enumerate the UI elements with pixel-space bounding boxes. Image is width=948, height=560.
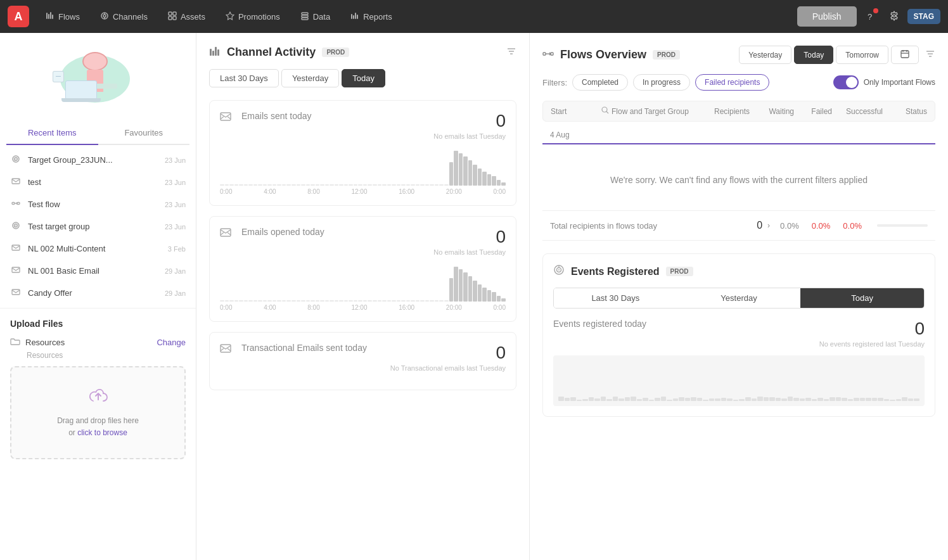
filter-completed[interactable]: Completed xyxy=(572,74,628,91)
nav-reports-label: Reports xyxy=(363,12,392,22)
th-failed: Failed xyxy=(794,107,832,116)
svg-rect-33 xyxy=(12,290,20,295)
upload-title: Upload Files xyxy=(10,319,186,329)
chart-labels-opened: 0:004:008:0012:0016:0020:000:00 xyxy=(220,304,506,311)
svg-rect-25 xyxy=(12,203,15,205)
tab-favourites[interactable]: Favourites xyxy=(98,122,190,145)
list-item[interactable]: NL 002 Multi-Content 3 Feb xyxy=(0,238,196,260)
important-flows-toggle[interactable] xyxy=(833,75,859,89)
transactional-sub: No Transactional emails last Tuesday xyxy=(390,364,506,372)
emails-opened-sub: No emails last Tuesday xyxy=(433,248,506,256)
flows-tab-yesterday[interactable]: Yesterday xyxy=(739,46,791,64)
tab-today[interactable]: Today xyxy=(342,69,385,87)
events-registered-badge: PROD xyxy=(666,267,693,276)
app-logo[interactable]: A xyxy=(8,6,29,27)
browse-link[interactable]: click to browse xyxy=(77,428,127,437)
item-name: NL 002 Multi-Content xyxy=(28,244,162,253)
settings-icon xyxy=(889,11,899,23)
channel-filter-icon[interactable] xyxy=(506,46,516,59)
change-link[interactable]: Change xyxy=(157,338,186,347)
nav-data[interactable]: Data xyxy=(291,8,339,26)
events-icon xyxy=(553,264,565,279)
emails-sent-card: Emails sent today 0 No emails last Tuesd… xyxy=(209,100,516,206)
events-date-tabs: Last 30 Days Yesterday Today xyxy=(553,288,925,309)
target-group-icon xyxy=(10,221,22,232)
list-item[interactable]: NL 001 Basic Email 29 Jan xyxy=(0,260,196,282)
channels-icon xyxy=(100,11,109,22)
nav-flows[interactable]: Flows xyxy=(37,8,89,26)
folder-icon xyxy=(10,336,20,348)
flows-tab-today[interactable]: Today xyxy=(794,46,833,64)
svg-rect-19 xyxy=(357,15,358,19)
flows-empty-state: We're sorry. We can't find any flows wit… xyxy=(542,150,935,210)
item-date: 3 Feb xyxy=(168,245,186,253)
stag-button[interactable]: STAG xyxy=(907,9,940,24)
total-label: Total recipients in flows today xyxy=(550,221,757,231)
svg-rect-13 xyxy=(302,13,308,15)
toggle-row: Only Important Flows xyxy=(833,75,935,89)
flows-filters-row: Filters: Completed In progress Failed re… xyxy=(542,74,935,91)
list-item[interactable]: Test flow 23 Jun xyxy=(0,193,196,215)
tab-yesterday[interactable]: Yesterday xyxy=(281,69,339,87)
events-tab-today[interactable]: Today xyxy=(800,288,924,308)
svg-rect-36 xyxy=(215,47,217,56)
flows-filter-icon[interactable] xyxy=(925,49,935,61)
svg-rect-35 xyxy=(212,51,214,56)
settings-button[interactable] xyxy=(883,6,905,27)
list-item[interactable]: Target Group_23JUN... 23 Jun xyxy=(0,149,196,171)
list-item[interactable]: Candy Offer 29 Jan xyxy=(0,282,196,304)
flows-total-row: Total recipients in flows today 0 › 0.0%… xyxy=(542,210,935,241)
nav-promotions[interactable]: Promotions xyxy=(217,8,289,26)
transactional-value: 0 xyxy=(390,343,506,363)
emails-opened-card: Emails opened today 0 No emails last Tue… xyxy=(209,216,516,322)
svg-rect-1 xyxy=(48,14,49,19)
flows-overview-title: Flows Overview xyxy=(560,48,646,61)
notification-badge xyxy=(873,8,878,13)
svg-point-20 xyxy=(893,15,895,17)
flows-tab-tomorrow[interactable]: Tomorrow xyxy=(836,46,888,64)
svg-point-58 xyxy=(558,269,560,270)
channel-activity-panel: Channel Activity PROD Last 30 Days Yeste… xyxy=(196,33,530,560)
list-item[interactable]: Test target group 23 Jun xyxy=(0,215,196,238)
events-registered-section: Events Registered PROD Last 30 Days Yest… xyxy=(542,253,935,417)
svg-rect-37 xyxy=(217,49,219,56)
tab-last-30-days[interactable]: Last 30 Days xyxy=(209,69,279,87)
svg-rect-24 xyxy=(12,179,20,184)
th-flow[interactable]: Flow and Target Group xyxy=(601,106,693,116)
nav-assets-label: Assets xyxy=(181,12,205,22)
item-date: 29 Jan xyxy=(165,290,186,297)
nav-channels-label: Channels xyxy=(113,12,148,22)
main-layout: Recent Items Favourites Target Group_23J… xyxy=(0,33,948,560)
flows-tab-calendar[interactable] xyxy=(891,46,919,64)
email-icon xyxy=(10,243,22,254)
events-registered-sub: No events registered last Tuesday xyxy=(819,340,925,348)
filter-in-progress[interactable]: In progress xyxy=(633,74,690,91)
events-tab-yesterday[interactable]: Yesterday xyxy=(677,288,801,308)
nav-reports[interactable]: Reports xyxy=(342,8,401,26)
dropzone[interactable]: Drag and drop files here or click to bro… xyxy=(10,366,186,459)
list-item[interactable]: test 23 Jun xyxy=(0,171,196,193)
transactional-emails-header: Transactional Emails sent today 0 No Tra… xyxy=(220,343,506,372)
tab-recent-items[interactable]: Recent Items xyxy=(6,122,98,145)
nav-channels[interactable]: Channels xyxy=(91,8,157,26)
svg-rect-32 xyxy=(12,267,20,272)
help-button[interactable]: ? xyxy=(859,6,881,27)
item-name: test xyxy=(28,177,158,187)
folder-label: Resources xyxy=(25,338,151,347)
svg-point-5 xyxy=(103,15,106,17)
events-tab-30days[interactable]: Last 30 Days xyxy=(554,288,677,308)
emails-sent-sub: No emails last Tuesday xyxy=(433,132,506,140)
svg-point-23 xyxy=(15,158,16,160)
th-status: Status xyxy=(883,107,927,116)
svg-rect-41 xyxy=(221,113,231,120)
filter-failed-recipients[interactable]: Failed recipients xyxy=(695,74,769,91)
nav-assets[interactable]: Assets xyxy=(159,8,214,26)
chart-labels: 0:004:008:0012:0016:0020:000:00 xyxy=(220,188,506,195)
item-name: NL 001 Basic Email xyxy=(28,266,158,276)
sidebar-hero xyxy=(0,33,196,122)
total-pct2: 0.0% xyxy=(812,221,831,231)
svg-point-54 xyxy=(602,107,607,112)
publish-button[interactable]: Publish xyxy=(797,6,857,27)
upload-section: Upload Files Resources Change Resources … xyxy=(0,308,196,469)
data-icon xyxy=(300,11,309,22)
